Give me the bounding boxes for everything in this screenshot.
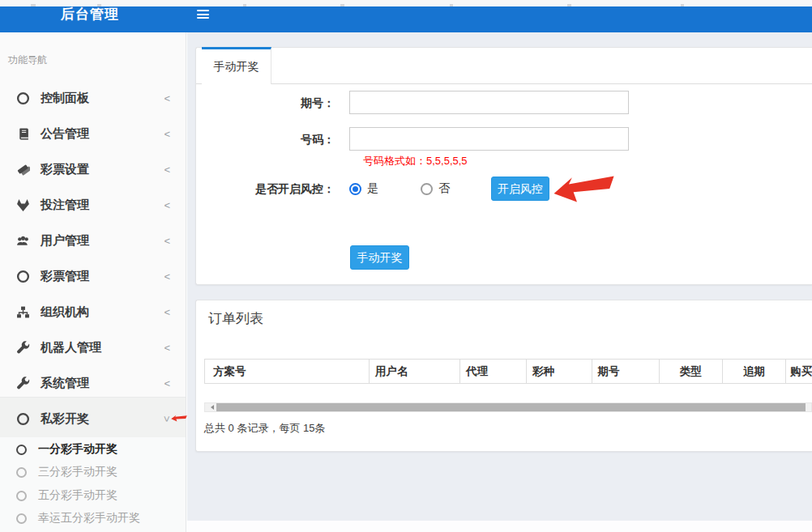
chevron-left-icon: < [164,236,170,246]
admin-page: 后台管理 功能导航 控制面板 < 公告管理 < 彩票设置 < 投注管理 < [0,0,812,532]
sidebar-section-label: 功能导航 [8,53,47,67]
book-icon [16,127,30,141]
manual-draw-button[interactable]: 手动开奖 [350,245,409,270]
col-lottery-type: 彩种 [527,360,593,384]
col-agent: 代理 [460,360,527,384]
tab-manual-draw[interactable]: 手动开奖 [202,47,271,84]
annotation-arrow-icon [552,173,616,205]
browser-edge-strip [0,0,812,6]
issue-number-label: 期号： [196,91,335,115]
circle-icon [16,513,27,524]
users-icon [16,234,30,248]
wrench-icon [16,377,30,390]
radio-risk-yes[interactable]: 是 [349,177,378,201]
radio-selected-icon [349,183,361,195]
chevron-left-icon: < [164,93,170,104]
chevron-left-icon: < [164,164,170,175]
sidebar-item-robot-management[interactable]: 机器人管理 < [0,330,186,365]
circle-icon [16,445,27,455]
col-issue: 期号 [592,360,660,384]
menu-toggle-icon[interactable] [197,10,209,19]
sidebar-item-system-management[interactable]: 系统管理 < [0,365,186,401]
enable-risk-control-button[interactable]: 开启风控 [491,177,549,201]
circle-icon [16,412,30,426]
order-table-header: 方案号 用户名 代理 彩种 期号 类型 追期 购买 [204,359,812,384]
record-count-summary: 总共 0 条记录，每页 15条 [204,421,326,436]
col-username: 用户名 [370,360,460,384]
sidebar-item-organization[interactable]: 组织机构 < [0,294,186,330]
col-chase: 追期 [723,360,787,384]
sidebar-item-lottery-settings[interactable]: 彩票设置 < [0,151,186,187]
radio-unselected-icon [421,183,433,195]
number-format-hint: 号码格式如：5,5,5,5,5 [363,154,468,168]
sidebar-item-announcements[interactable]: 公告管理 < [0,116,186,151]
chevron-left-icon: < [164,129,170,139]
app-header: 后台管理 [0,6,812,32]
sidebar-item-control-panel[interactable]: 控制面板 < [0,80,186,116]
sitemap-icon [16,305,30,319]
circle-icon [16,467,27,478]
issue-number-input[interactable] [349,91,629,114]
circle-icon [16,92,30,105]
col-plan-number: 方案号 [205,360,370,384]
content-bottom-strip [187,521,812,532]
order-list-panel: 订单列表 方案号 用户名 代理 彩种 期号 类型 追期 购买 总共 0 条记录，… [195,300,812,452]
radio-risk-no[interactable]: 否 [421,177,450,201]
wrench-icon [16,341,30,355]
chevron-left-icon: < [164,307,170,317]
bet-icon [16,198,30,212]
sidebar-item-lottery-management[interactable]: 彩票管理 < [0,258,186,294]
col-purchase: 购买 [786,360,812,384]
sidebar: 功能导航 控制面板 < 公告管理 < 彩票设置 < 投注管理 < 用户管理 < [0,32,186,532]
app-title: 后台管理 [61,7,119,22]
chevron-left-icon: < [164,200,170,211]
chevron-left-icon: < [164,378,170,389]
scrollbar-thumb[interactable] [216,403,806,411]
draw-number-label: 号码： [196,127,335,151]
annotation-arrow-icon [170,413,187,423]
manual-draw-panel: 手动开奖 期号： 号码： 号码格式如：5,5,5,5,5 是否开启风控： 是 否… [195,47,812,285]
sidebar-item-users[interactable]: 用户管理 < [0,223,186,258]
circle-icon [16,491,27,501]
risk-control-label: 是否开启风控： [196,177,335,201]
sidebar-item-betting[interactable]: 投注管理 < [0,187,186,223]
horizontal-scrollbar[interactable] [204,402,812,412]
tickets-icon [16,163,30,177]
chevron-left-icon: < [164,343,170,353]
chevron-left-icon: < [164,271,170,282]
draw-number-input[interactable] [349,127,629,151]
col-type: 类型 [660,360,723,384]
submenu-item-3min-manual-draw[interactable]: 三分彩手动开奖 [0,461,186,483]
tab-bar: 手动开奖 [196,48,812,84]
scroll-left-arrow-icon[interactable] [205,403,216,411]
sidebar-item-private-lottery-draw[interactable]: 私彩开奖 < [0,401,186,436]
submenu-item-5min-manual-draw[interactable]: 五分彩手动开奖 [0,484,186,507]
order-list-title: 订单列表 [208,309,263,328]
circle-icon [16,270,30,283]
submenu-item-lucky5min-manual-draw[interactable]: 幸运五分彩手动开奖 [0,507,186,530]
submenu-item-1min-manual-draw[interactable]: 一分彩手动开奖 [0,438,186,461]
